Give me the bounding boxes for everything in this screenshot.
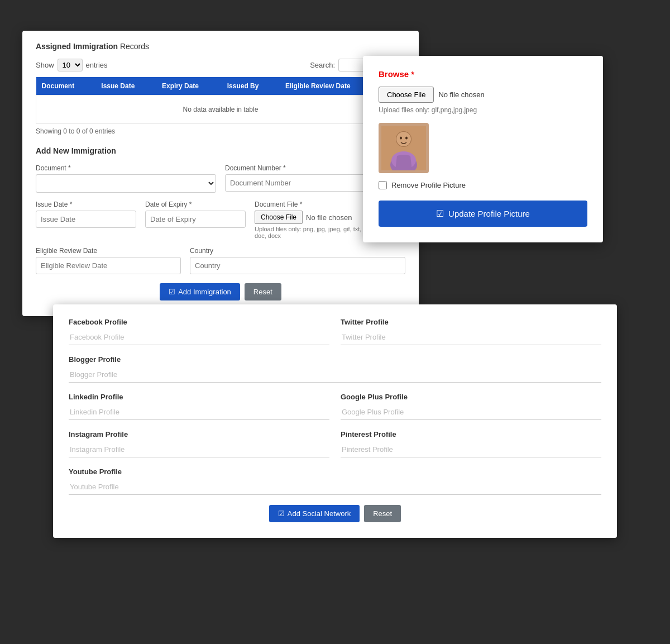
browse-no-file-text: No file chosen [438, 90, 484, 99]
googleplus-group: Google Plus Profile [341, 393, 601, 420]
youtube-label: Youtube Profile [69, 468, 601, 476]
immigration-table-wrapper: Document Issue Date Expiry Date Issued B… [36, 77, 405, 135]
show-entries-row: Show 10 25 50 entries Search: [36, 59, 405, 71]
instagram-group: Instagram Profile [69, 430, 329, 457]
facebook-input[interactable] [69, 330, 329, 345]
date-of-expiry-group: Date of Expiry * [145, 201, 246, 239]
add-social-checkmark: ☑ [278, 509, 285, 518]
entries-select[interactable]: 10 25 50 [58, 59, 83, 71]
reset-social-button[interactable]: Reset [364, 505, 401, 522]
add-social-network-button[interactable]: ☑ Add Social Network [269, 505, 360, 522]
no-data-cell: No data available in table [36, 96, 405, 124]
facebook-label: Facebook Profile [69, 318, 329, 326]
document-group: Document * [36, 164, 216, 193]
pinterest-group: Pinterest Profile [341, 430, 601, 457]
googleplus-label: Google Plus Profile [341, 393, 601, 401]
eligible-review-group: Eligible Review Date [36, 247, 181, 274]
add-immigration-checkmark: ☑ [169, 288, 175, 296]
add-social-label: Add Social Network [288, 509, 351, 518]
social-row-4: Instagram Profile Pinterest Profile [69, 430, 601, 457]
date-of-expiry-label: Date of Expiry * [145, 201, 246, 208]
youtube-input[interactable] [69, 479, 601, 495]
country-label: Country [190, 247, 405, 255]
linkedin-group: Linkedin Profile [69, 393, 329, 420]
col-document: Document [36, 77, 96, 96]
social-row-2: Blogger Profile [69, 355, 601, 383]
youtube-group: Youtube Profile [69, 468, 601, 495]
form-row-3: Eligible Review Date Country [36, 247, 405, 274]
country-input[interactable] [190, 257, 405, 274]
immigration-panel: Assigned Immigration Records Show 10 25 … [22, 31, 419, 316]
linkedin-input[interactable] [69, 404, 329, 420]
twitter-label: Twitter Profile [341, 318, 601, 326]
pinterest-input[interactable] [341, 442, 601, 457]
reset-immigration-button[interactable]: Reset [245, 283, 281, 300]
googleplus-input[interactable] [341, 404, 601, 420]
table-row-no-data: No data available in table [36, 96, 405, 124]
browse-file-row: Choose File No file chosen [379, 87, 587, 103]
document-label: Document * [36, 164, 216, 172]
immigration-table: Document Issue Date Expiry Date Issued B… [36, 77, 405, 124]
update-profile-button[interactable]: ☑ Update Profile Picture [379, 201, 587, 227]
choose-file-button[interactable]: Choose File [255, 211, 303, 224]
blogger-input[interactable] [69, 367, 601, 383]
show-label: Show [36, 61, 54, 69]
twitter-group: Twitter Profile [341, 318, 601, 345]
immigration-panel-title: Assigned Immigration Records [36, 42, 405, 51]
svg-point-3 [396, 132, 411, 146]
browse-title: Browse * [379, 69, 587, 79]
entries-label: entries [86, 61, 108, 69]
twitter-input[interactable] [341, 330, 601, 345]
update-profile-label: Update Profile Picture [448, 209, 530, 218]
svg-point-5 [405, 137, 408, 140]
date-of-expiry-input[interactable] [145, 211, 246, 228]
add-new-title: Add New Immigration [36, 146, 405, 155]
profile-panel: Browse * Choose File No file chosen Uplo… [363, 56, 603, 242]
no-file-chosen-text: No file chosen [306, 213, 352, 222]
social-btn-row: ☑ Add Social Network Reset [69, 505, 601, 522]
remove-profile-checkbox[interactable] [379, 181, 387, 189]
facebook-group: Facebook Profile [69, 318, 329, 345]
update-checkmark-icon: ☑ [436, 208, 444, 219]
svg-point-4 [400, 137, 402, 140]
issue-date-group: Issue Date * [36, 201, 136, 239]
col-expiry-date: Expiry Date [156, 77, 222, 96]
eligible-review-input[interactable] [36, 257, 181, 274]
social-row-1: Facebook Profile Twitter Profile [69, 318, 601, 345]
col-issue-date: Issue Date [95, 77, 156, 96]
social-row-5: Youtube Profile [69, 468, 601, 495]
immigration-btn-row: ☑ Add Immigration Reset [36, 283, 405, 300]
instagram-input[interactable] [69, 442, 329, 457]
social-row-3: Linkedin Profile Google Plus Profile [69, 393, 601, 420]
form-row-2: Issue Date * Date of Expiry * Document F… [36, 201, 405, 239]
add-immigration-button[interactable]: ☑ Add Immigration [160, 283, 240, 300]
country-group: Country [190, 247, 405, 274]
showing-entries: Showing 0 to 0 of 0 entries [36, 127, 405, 135]
blogger-group: Blogger Profile [69, 355, 601, 383]
instagram-label: Instagram Profile [69, 430, 329, 438]
issue-date-input[interactable] [36, 211, 136, 228]
issue-date-label: Issue Date * [36, 201, 136, 208]
search-label: Search: [310, 61, 335, 69]
browse-upload-hint: Upload files only: gif,png,jpg,jpeg [379, 106, 587, 114]
linkedin-label: Linkedin Profile [69, 393, 329, 401]
social-panel: Facebook Profile Twitter Profile Blogger… [53, 304, 617, 538]
document-select[interactable] [36, 174, 216, 193]
profile-image [379, 123, 429, 173]
pinterest-label: Pinterest Profile [341, 430, 601, 438]
browse-choose-file-button[interactable]: Choose File [379, 87, 434, 103]
add-immigration-label: Add Immigration [178, 288, 231, 296]
remove-label: Remove Profile Picture [391, 181, 466, 189]
blogger-label: Blogger Profile [69, 355, 601, 364]
browse-required-star: * [411, 69, 414, 79]
eligible-review-label: Eligible Review Date [36, 247, 181, 255]
col-issued-by: Issued By [222, 77, 280, 96]
remove-row: Remove Profile Picture [379, 181, 587, 189]
form-row-1: Document * Document Number * [36, 164, 405, 193]
